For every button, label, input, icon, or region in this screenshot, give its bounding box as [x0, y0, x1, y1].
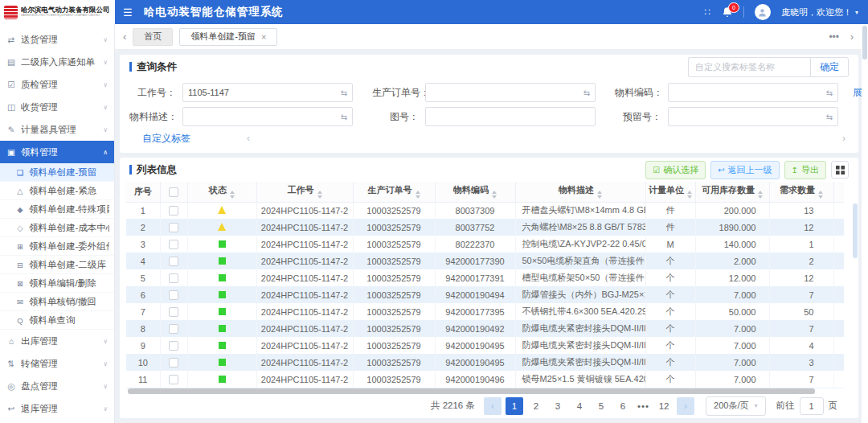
sidebar-item-1[interactable]: ▤二级库入库通知单∨: [0, 51, 114, 73]
user-menu[interactable]: 庞晓明，欢迎您！ ▾: [781, 6, 858, 18]
sidebar-item-16[interactable]: ⇅转储管理∨: [0, 352, 114, 375]
page-button-12[interactable]: 12: [655, 397, 673, 415]
row-checkbox[interactable]: [169, 307, 178, 317]
page-button-6[interactable]: 6: [614, 397, 632, 415]
row-checkbox[interactable]: [169, 223, 178, 232]
reserve-no-input[interactable]: [669, 112, 821, 121]
prev-page-button[interactable]: ‹: [484, 397, 502, 415]
sidebar-subitem-14[interactable]: Q领料单查询: [0, 311, 114, 330]
column-header-order-no[interactable]: 生产订单号: [353, 182, 435, 202]
custom-tag-name-input[interactable]: [688, 57, 810, 77]
sidebar-subitem-6[interactable]: ❏领料单创建-预留: [0, 163, 114, 182]
table-row[interactable]: 112024HPC1105-1147-210003252579942000190…: [126, 371, 844, 388]
column-header-mat-desc[interactable]: 物料描述: [515, 182, 645, 202]
notification-bell-icon[interactable]: 0: [722, 6, 733, 18]
sort-icon[interactable]: [687, 191, 692, 199]
sidebar-item-15[interactable]: ⌂出库管理∨: [0, 330, 114, 352]
sidebar-item-2[interactable]: ☑质检管理∨: [0, 73, 114, 96]
fullscreen-icon[interactable]: ∷: [704, 6, 711, 18]
row-checkbox[interactable]: [169, 206, 178, 216]
sidebar-subitem-11[interactable]: ⊟领料单创建-二级库: [0, 256, 114, 274]
confirm-button[interactable]: 确定: [810, 57, 849, 77]
sidebar-item-0[interactable]: ⇄送货管理∨: [0, 28, 114, 51]
order-no-input[interactable]: [426, 88, 579, 97]
multi-value-icon[interactable]: ⇆: [336, 88, 352, 97]
multi-value-icon[interactable]: ⇆: [579, 88, 595, 97]
tab-material-create-reserve[interactable]: 领料单创建-预留 ×: [179, 28, 277, 46]
mat-desc-input[interactable]: [183, 112, 336, 121]
sort-icon[interactable]: [230, 191, 235, 199]
sidebar-subitem-7[interactable]: △领料单创建-紧急: [0, 182, 114, 200]
table-row[interactable]: 72024HPC1105-1147-2100032525799420001773…: [126, 303, 844, 320]
close-icon[interactable]: ×: [261, 32, 266, 42]
select-all-checkbox[interactable]: [169, 187, 178, 197]
drawing-no-input[interactable]: [426, 112, 595, 121]
row-checkbox[interactable]: [169, 273, 178, 283]
sort-icon[interactable]: [416, 191, 420, 199]
sidebar-item-4[interactable]: ✎计量器具管理∨: [0, 118, 114, 141]
row-checkbox[interactable]: [169, 324, 178, 334]
custom-tag-link[interactable]: 自定义标签: [142, 132, 190, 146]
sidebar-item-18[interactable]: ↩退库管理∨: [0, 397, 114, 420]
tag-scroll-right-icon[interactable]: ›: [842, 133, 845, 144]
column-header-stock[interactable]: 可用库存数量: [695, 182, 769, 202]
table-vertical-scrollbar[interactable]: [853, 203, 858, 258]
row-checkbox[interactable]: [169, 375, 178, 384]
sidebar-subitem-9[interactable]: ◇领料单创建-成本中心: [0, 219, 114, 237]
collapse-sidebar-icon[interactable]: ☰: [123, 6, 133, 18]
column-header-unit[interactable]: 计量单位: [645, 182, 695, 202]
mat-code-input[interactable]: [669, 88, 821, 97]
column-header-mat-code[interactable]: 物料编码: [435, 182, 515, 202]
page-button-1[interactable]: 1: [506, 397, 523, 415]
column-settings-button[interactable]: [831, 161, 849, 179]
table-row[interactable]: 12024HPC1105-1147-21000325257980037309开槽…: [126, 202, 844, 219]
sidebar-item-3[interactable]: ◫收货管理∨: [0, 96, 114, 118]
page-button-4[interactable]: 4: [571, 397, 588, 415]
column-header-demand[interactable]: 需求数量: [769, 182, 833, 202]
page-button-3[interactable]: 3: [549, 397, 567, 415]
work-no-input[interactable]: [183, 88, 336, 97]
page-button-2[interactable]: 2: [527, 397, 545, 415]
multi-value-icon[interactable]: ⇆: [336, 113, 352, 121]
multi-value-icon[interactable]: ⇆: [821, 88, 837, 97]
sidebar-subitem-12[interactable]: ⊠领料单编辑/删除: [0, 274, 114, 293]
multi-value-icon[interactable]: ⇆: [821, 113, 837, 121]
page-button-5[interactable]: 5: [592, 397, 610, 415]
sidebar-subitem-13[interactable]: ✉领料单核销/撤回: [0, 293, 114, 311]
sort-icon[interactable]: [758, 191, 763, 199]
table-row[interactable]: 92024HPC1105-1147-2100032525799420001904…: [126, 337, 844, 354]
sidebar-item-17[interactable]: ◎盘点管理∨: [0, 375, 114, 397]
table-row[interactable]: 32024HPC1105-1147-21000325257980222370控制…: [126, 236, 844, 253]
table-row[interactable]: 62024HPC1105-1147-2100032525799420001904…: [126, 286, 844, 303]
goto-page-input[interactable]: [800, 397, 824, 415]
row-checkbox[interactable]: [169, 257, 178, 266]
tag-scroll-left-icon[interactable]: ‹: [247, 133, 250, 144]
tab-home[interactable]: 首页: [133, 28, 173, 46]
table-row[interactable]: 82024HPC1105-1147-2100032525799420001904…: [126, 320, 844, 337]
table-row[interactable]: 42024HPC1105-1147-2100032525799420001773…: [126, 253, 844, 269]
column-header-work-no[interactable]: 工作号: [256, 182, 353, 202]
sort-icon[interactable]: [317, 191, 322, 199]
sort-icon[interactable]: [818, 191, 823, 199]
tabs-back-icon[interactable]: ‹: [123, 31, 126, 43]
row-checkbox[interactable]: [169, 290, 178, 300]
column-header-status[interactable]: 状态: [187, 182, 256, 202]
sort-icon[interactable]: [597, 191, 602, 199]
table-row[interactable]: 22024HPC1105-1147-21000325257980037752六角…: [126, 219, 844, 236]
next-page-button[interactable]: ›: [677, 397, 694, 415]
sidebar-subitem-8[interactable]: ◆领料单创建-特殊项目: [0, 200, 114, 219]
back-level-button[interactable]: ↩ 返回上一级: [710, 161, 779, 179]
table-row[interactable]: 122024HPC1105-1147-310003252578942000003…: [126, 388, 844, 388]
tabs-more-icon[interactable]: •••: [829, 31, 839, 43]
confirm-select-button[interactable]: ☑ 确认选择: [645, 161, 706, 179]
row-checkbox[interactable]: [169, 358, 178, 368]
table-row[interactable]: 52024HPC1105-1147-2100032525799420001773…: [126, 269, 844, 286]
user-avatar[interactable]: [755, 4, 771, 20]
row-checkbox[interactable]: [169, 341, 178, 351]
page-scrollbar[interactable]: [862, 24, 868, 423]
sidebar-item-5[interactable]: ▣领料管理∧: [0, 141, 114, 163]
export-button[interactable]: ↥ 导出: [784, 161, 826, 179]
sort-icon[interactable]: [492, 191, 497, 199]
tabs-forward-icon[interactable]: ›: [850, 31, 854, 43]
table-horizontal-scrollbar[interactable]: [128, 388, 815, 394]
